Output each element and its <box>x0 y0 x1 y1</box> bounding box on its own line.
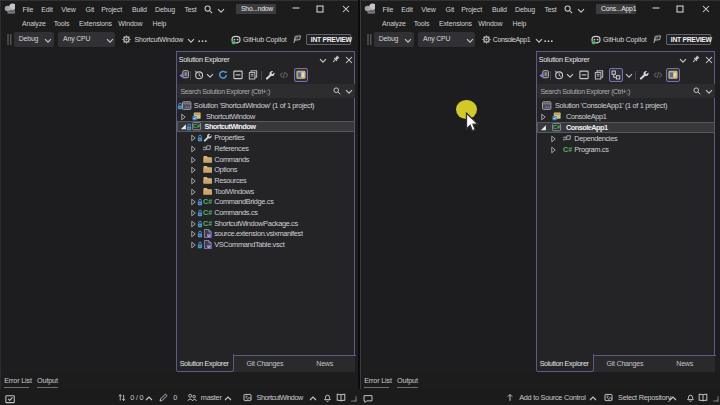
svg-text:C#: C# <box>553 125 561 131</box>
svg-text:C#: C# <box>203 208 212 217</box>
svg-text:#: # <box>203 145 207 152</box>
svg-text:C#: C# <box>563 145 572 154</box>
svg-text:C#: C# <box>203 219 212 228</box>
svg-text:#: # <box>563 135 567 142</box>
svg-text:C#: C# <box>203 197 212 206</box>
svg-text:C#: C# <box>193 124 201 130</box>
